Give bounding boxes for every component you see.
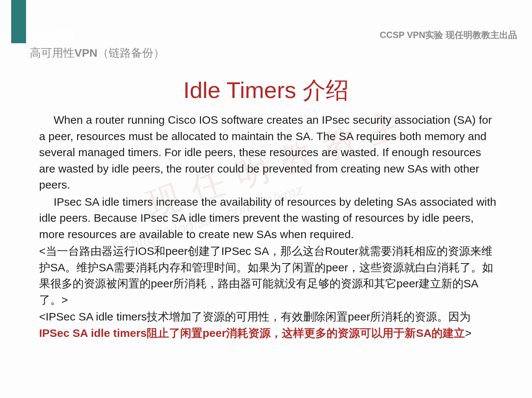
header-right-text: CCSP VPN实验 现任明教教主出品 [380,29,517,41]
subtitle-suffix: （链路备份） [98,47,165,59]
paragraph-cn-2: <IPSec SA idle timers技术增加了资源的可用性，有效删除闲置p… [39,309,497,341]
body-content: When a router running Cisco IOS software… [39,112,497,341]
paragraph-en-1: When a router running Cisco IOS software… [39,112,497,193]
header-left-title: VPN实验 [30,28,75,43]
paragraph-en-2: IPsec SA idle timers increase the availa… [39,194,497,243]
cn2-part-a: <IPSec SA idle timers技术增加了资源的可用性，有效删除闲置p… [39,310,471,323]
cn2-emphasis: IPSec SA idle timers阻止了闲置peer消耗资源，这样更多的资… [39,327,465,339]
page-title: Idle Timers 介绍 [0,75,532,106]
cn2-part-b: > [465,327,472,339]
header: VPN实验 CCSP VPN实验 现任明教教主出品 [11,25,517,43]
accent-bar-header [11,25,26,43]
accent-bar-top [11,0,26,25]
paragraph-cn-1: <当一台路由器运行IOS和peer创建了IPSec SA，那么这台Router就… [39,243,497,308]
subtitle-prefix: 高可用性 [30,47,74,59]
subtitle-bold: VPN [74,47,98,59]
header-subtitle: 高可用性VPN（链路备份） [30,45,165,61]
